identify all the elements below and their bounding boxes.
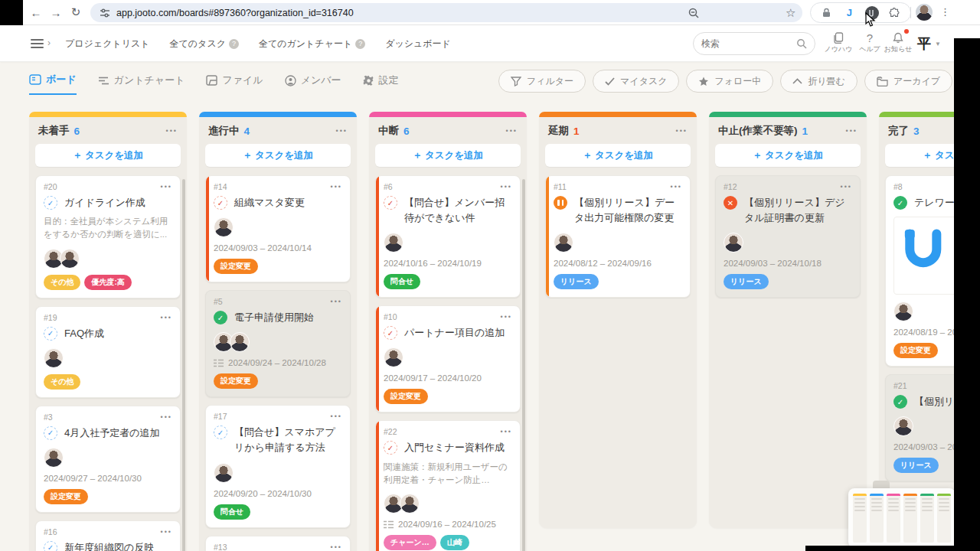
- add-task-button[interactable]: ＋ タスクを追加: [715, 144, 861, 167]
- top-nav-item[interactable]: プロジェクトリスト: [65, 37, 150, 51]
- task-status-todo-icon[interactable]: ✓: [214, 425, 227, 439]
- browser-reload-icon[interactable]: ↻: [66, 5, 86, 19]
- tab-board-active[interactable]: ボード: [29, 73, 77, 95]
- task-card[interactable]: #11•••【個別リリース】データ出力可能権限の変更2024/08/12 – 2…: [545, 175, 691, 298]
- task-card[interactable]: #16•••✓新年度組織図の反映2024/09/27 – 2024/10/30設…: [35, 520, 181, 551]
- task-card[interactable]: #17•••✓【問合せ】スマホアプリから申請する方法2024/09/20 – 2…: [205, 405, 351, 527]
- task-status-todo-icon[interactable]: ✓: [44, 426, 57, 440]
- label-pill[interactable]: 設定変更: [893, 343, 938, 358]
- tab-item[interactable]: 設定: [363, 73, 399, 95]
- zoom-out-icon[interactable]: [688, 3, 700, 22]
- task-status-active-icon[interactable]: ✓: [384, 326, 397, 340]
- task-status-done-icon[interactable]: ✓: [893, 196, 907, 210]
- browser-forward-icon[interactable]: →: [46, 6, 66, 19]
- board-thumbnail-overlay[interactable]: [848, 488, 956, 548]
- column-menu-icon[interactable]: •••: [166, 127, 178, 135]
- task-status-canceled-icon[interactable]: ✕: [724, 196, 737, 210]
- search-input[interactable]: [701, 38, 790, 49]
- browser-back-icon[interactable]: ←: [26, 6, 46, 19]
- site-settings-icon[interactable]: [100, 8, 110, 18]
- extension-jooto-icon[interactable]: J: [842, 6, 856, 20]
- top-nav-item[interactable]: 全てのガントチャート?: [259, 37, 365, 51]
- task-status-active-icon[interactable]: ✓: [214, 196, 227, 210]
- add-task-button[interactable]: ＋ タスクを追加: [205, 144, 351, 167]
- search-icon[interactable]: [796, 38, 807, 49]
- label-pill[interactable]: リリース: [893, 458, 939, 473]
- label-pill[interactable]: 優先度:高: [84, 275, 131, 290]
- search-box[interactable]: [693, 32, 815, 55]
- label-pill[interactable]: 設定変更: [384, 389, 428, 404]
- task-card[interactable]: #3•••✓4月入社予定者の追加2024/09/27 – 2024/10/30設…: [35, 406, 181, 513]
- extensions-puzzle-icon[interactable]: [887, 6, 901, 20]
- action-button-filter[interactable]: フィルター: [498, 70, 586, 93]
- label-pill[interactable]: 問合せ: [214, 504, 250, 520]
- card-menu-icon[interactable]: •••: [501, 313, 512, 321]
- task-status-active-icon[interactable]: ✓: [384, 196, 397, 210]
- sidebar-toggle-icon[interactable]: ›: [31, 37, 51, 51]
- card-menu-icon[interactable]: •••: [161, 413, 172, 421]
- top-nav-item[interactable]: 全てのタスク?: [170, 37, 239, 51]
- task-status-paused-icon[interactable]: [554, 196, 567, 210]
- browser-profile-avatar[interactable]: [916, 4, 933, 21]
- card-menu-icon[interactable]: •••: [671, 183, 682, 191]
- top-nav-item[interactable]: ダッシュボード: [385, 37, 451, 51]
- label-pill[interactable]: リリース: [724, 274, 769, 289]
- task-status-done-icon[interactable]: ✓: [214, 311, 227, 324]
- column-menu-icon[interactable]: •••: [676, 127, 688, 135]
- card-menu-icon[interactable]: •••: [331, 183, 342, 191]
- bookmark-star-icon[interactable]: ☆: [786, 3, 795, 22]
- column-menu-icon[interactable]: •••: [846, 127, 858, 135]
- column-menu-icon[interactable]: •••: [506, 127, 518, 135]
- label-pill[interactable]: 問合せ: [384, 274, 420, 289]
- label-pill[interactable]: 設定変更: [44, 489, 88, 504]
- card-menu-icon[interactable]: •••: [331, 298, 342, 305]
- tab-item[interactable]: メンバー: [285, 73, 341, 95]
- task-card[interactable]: #20•••✓ガイドライン作成目的：全社員が本システム利用をするか否かの判断を適…: [35, 175, 181, 298]
- add-task-button[interactable]: ＋ タスクを追加: [545, 144, 691, 167]
- label-pill[interactable]: チャーン…: [384, 535, 436, 550]
- card-menu-icon[interactable]: •••: [331, 543, 342, 551]
- action-button-archive[interactable]: アーカイブ: [864, 70, 952, 93]
- label-pill[interactable]: 設定変更: [214, 373, 258, 389]
- task-card[interactable]: #13•••✓【個別リリース】令和4年 育児休業関連法改正対応2024/09/1…: [205, 536, 351, 551]
- card-menu-icon[interactable]: •••: [161, 183, 172, 191]
- label-pill[interactable]: 設定変更: [214, 259, 258, 274]
- browser-menu-icon[interactable]: ⋮: [940, 6, 951, 18]
- task-card[interactable]: #6•••✓【問合せ】メンバー招待ができない件2024/10/16 – 2024…: [375, 175, 521, 298]
- label-pill[interactable]: 山崎: [440, 535, 469, 550]
- card-menu-icon[interactable]: •••: [161, 314, 172, 321]
- action-button-star[interactable]: フォロー中: [686, 70, 773, 93]
- add-task-button[interactable]: ＋ タスクを追加: [375, 144, 521, 167]
- task-status-todo-icon[interactable]: ✓: [44, 541, 57, 551]
- label-pill[interactable]: その他: [44, 275, 80, 290]
- task-card[interactable]: #10•••✓パートナー項目の追加2024/09/17 – 2024/10/20…: [375, 305, 521, 412]
- task-status-active-icon[interactable]: ✓: [384, 441, 397, 455]
- task-card[interactable]: #5•••✓電子申請使用開始2024/09/24 – 2024/10/28設定変…: [205, 290, 351, 397]
- action-button-collapse[interactable]: 折り畳む: [780, 70, 858, 93]
- notifications-button[interactable]: お知らせ: [880, 31, 916, 54]
- extension-lock-icon[interactable]: [820, 6, 834, 20]
- task-card[interactable]: #22•••✓入門セミナー資料作成関連施策：新規利用ユーザーの利用定着・チャーン…: [375, 420, 521, 551]
- card-menu-icon[interactable]: •••: [841, 183, 852, 191]
- task-card[interactable]: #12•••✕【個別リリース】デジタル証明書の更新2024/09/03 – 20…: [715, 175, 861, 298]
- label-pill[interactable]: その他: [44, 374, 80, 390]
- card-menu-icon[interactable]: •••: [501, 183, 512, 191]
- column-menu-icon[interactable]: •••: [336, 127, 348, 135]
- task-status-done-icon[interactable]: ✓: [893, 395, 907, 409]
- column-scrollbar[interactable]: [522, 179, 525, 551]
- column-scrollbar[interactable]: [182, 179, 185, 551]
- task-card[interactable]: #14•••✓組織マスタ変更2024/09/03 – 2024/10/14設定変…: [205, 175, 351, 282]
- tab-item[interactable]: ファイル: [206, 73, 263, 95]
- tab-item[interactable]: ガントチャート: [98, 73, 185, 95]
- card-menu-icon[interactable]: •••: [161, 528, 172, 536]
- task-status-todo-icon[interactable]: ✓: [44, 196, 57, 210]
- action-button-check[interactable]: マイタスク: [593, 70, 679, 93]
- task-card[interactable]: #19•••✓FAQ作成その他: [35, 306, 181, 398]
- card-menu-icon[interactable]: •••: [501, 428, 512, 435]
- label-pill[interactable]: リリース: [554, 274, 599, 289]
- card-menu-icon[interactable]: •••: [331, 412, 342, 420]
- add-task-button[interactable]: ＋ タスクを追加: [35, 144, 181, 167]
- task-status-todo-icon[interactable]: ✓: [44, 327, 57, 341]
- knowhow-button[interactable]: ノウハウ: [821, 31, 856, 54]
- user-menu[interactable]: 平 ▼: [917, 34, 941, 53]
